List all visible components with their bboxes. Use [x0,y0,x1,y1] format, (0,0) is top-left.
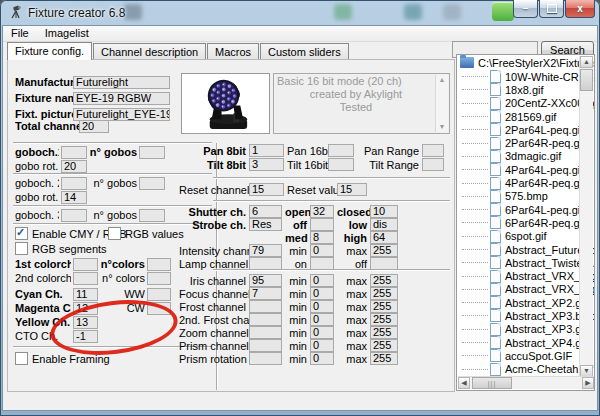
tree-file-item[interactable]: 575.bmp [457,190,594,203]
field-input[interactable] [310,218,334,231]
field-input[interactable] [147,288,171,301]
title-bar[interactable]: Fixture creator 6.8 – x [0,0,600,26]
tree-file-item[interactable]: Abstract_VRX_C.gif [457,269,594,282]
field-input[interactable] [249,313,282,326]
field-input[interactable]: 255 [370,274,398,287]
menu-item[interactable]: File [3,26,37,41]
maximize-button[interactable] [539,0,564,18]
scroll-down-icon[interactable]: ▼ [436,122,448,132]
field-input[interactable] [139,146,165,159]
tree-file-item[interactable]: Abstract_FutureSca [457,243,594,256]
field-input[interactable]: 0 [310,287,334,300]
field-input[interactable]: 1 [249,144,284,157]
scroll-left-icon[interactable]: ◀ [458,377,470,389]
field-input[interactable]: Res [249,218,282,231]
tree-file-item[interactable]: 2Par64R-peq.gif [457,136,594,149]
field-input[interactable] [139,209,165,222]
checkbox-icon[interactable] [15,227,28,240]
field-input[interactable]: 6 [249,205,282,218]
field-input[interactable]: 255 [370,300,398,313]
field-input[interactable] [73,272,98,285]
tree-file-item[interactable]: 6Par64R-peq.gif [457,216,594,229]
tree-file-item[interactable]: 18x8.gif [457,83,594,96]
tree-file-item[interactable]: 20CentZ-XXc007.gif [457,97,594,110]
tree-file-item[interactable]: Abstract_XP3.bmp [457,309,594,322]
field-input[interactable] [139,177,165,190]
tree-file-item[interactable]: Abstract_XP2.gif [457,296,594,309]
field-input[interactable]: 7 [249,287,282,300]
scroll-up-icon[interactable]: ▲ [436,75,448,85]
field-input[interactable]: 255 [370,326,398,339]
scroll-right-icon[interactable]: ▶ [582,377,594,389]
field-input[interactable]: 255 [370,287,398,300]
field-input[interactable]: 255 [370,244,398,257]
field-input[interactable]: 11 [73,288,98,301]
field-input[interactable]: 64 [370,231,398,244]
checkbox-icon[interactable] [15,242,28,255]
tree-file-item[interactable]: 2Par64L-peq.gif [457,123,594,136]
tree-root-folder[interactable]: C:\FreeStylerX2\Fixtures\ [457,55,594,70]
field-input[interactable]: 14 [61,191,87,204]
tree-file-item[interactable]: 281569.gif [457,110,594,123]
field-input[interactable] [73,258,98,271]
field-input[interactable]: 0 [310,313,334,326]
tree-file-item[interactable]: Abstract_XP4.gif [457,336,594,349]
total-channels-field[interactable]: 20 [79,120,109,133]
checkbox-icon[interactable] [15,352,28,365]
field-input[interactable]: 32 [310,205,334,218]
field-input[interactable] [61,146,87,159]
rgb-values-checkbox[interactable]: RGB values [108,227,184,240]
field-input[interactable]: 255 [370,339,398,352]
field-input[interactable] [249,326,282,339]
tree-file-item[interactable]: 6Par64L-peq.gif [457,203,594,216]
tree-file-item[interactable]: Abstract_XP3.gif [457,323,594,336]
tree-file-item[interactable]: Abstract_VRX_G.gif [457,283,594,296]
info-scrollbar[interactable]: ▲ ▼ [435,75,448,132]
tab[interactable]: Channel description [93,43,206,60]
close-button[interactable]: x [565,0,595,18]
field-input[interactable] [422,158,444,171]
tree-file-item[interactable]: Acme-Cheetah.gif [457,363,594,376]
field-input[interactable] [249,352,282,365]
field-input[interactable] [147,258,171,271]
field-input[interactable]: 79 [249,244,282,257]
field-input[interactable]: 0 [310,326,334,339]
field-input[interactable] [61,177,87,190]
field-input[interactable]: 15 [337,183,367,196]
field-input[interactable] [147,272,171,285]
tab[interactable]: Macros [207,43,259,60]
tree-horizontal-scrollbar[interactable]: ◀ ||| ▶ [458,376,594,389]
field-input[interactable]: 255 [370,313,398,326]
field-input[interactable] [61,209,87,222]
field-input[interactable] [249,339,282,352]
scrollbar-thumb[interactable] [580,69,593,91]
field-input[interactable]: 0 [310,352,334,365]
field-input[interactable]: 0 [310,300,334,313]
field-input[interactable]: 10 [370,205,398,218]
tree-file-item[interactable]: Abstract_Twister4.G [457,256,594,269]
field-input[interactable]: 20 [61,160,87,173]
tree-file-item[interactable]: 10W-White-CREE-Mi [457,70,594,83]
tab[interactable]: Fixture config. [7,42,92,60]
field-input[interactable] [328,158,354,171]
field-input[interactable]: dis [370,218,398,231]
checkbox-icon[interactable] [108,227,121,240]
field-input[interactable]: 0 [310,244,334,257]
tree-file-item[interactable]: 3dmagic.gif [457,150,594,163]
manufacturer-field[interactable]: Futurelight [73,76,170,89]
field-input[interactable]: 95 [249,274,282,287]
field-input[interactable]: 0 [310,339,334,352]
menu-item[interactable]: Imagelist [37,26,97,41]
field-input[interactable]: 3 [249,158,284,171]
mode-info-box[interactable]: Basic 16 bit mode (20 ch) created by Aky… [273,73,450,134]
field-input[interactable]: 15 [249,183,284,196]
rgb-segments-checkbox[interactable]: RGB segments [15,242,107,255]
tree-file-item[interactable]: 6spot.gif [457,230,594,243]
tree-file-item[interactable]: accuSpot.GIF [457,349,594,362]
tree-file-item[interactable]: 4Par64R-peq.gif [457,176,594,189]
field-input[interactable]: 255 [370,352,398,365]
scroll-up-icon[interactable]: ▲ [580,56,593,68]
minimize-button[interactable]: – [513,0,538,18]
field-input[interactable] [249,300,282,313]
field-input[interactable]: 0 [310,274,334,287]
